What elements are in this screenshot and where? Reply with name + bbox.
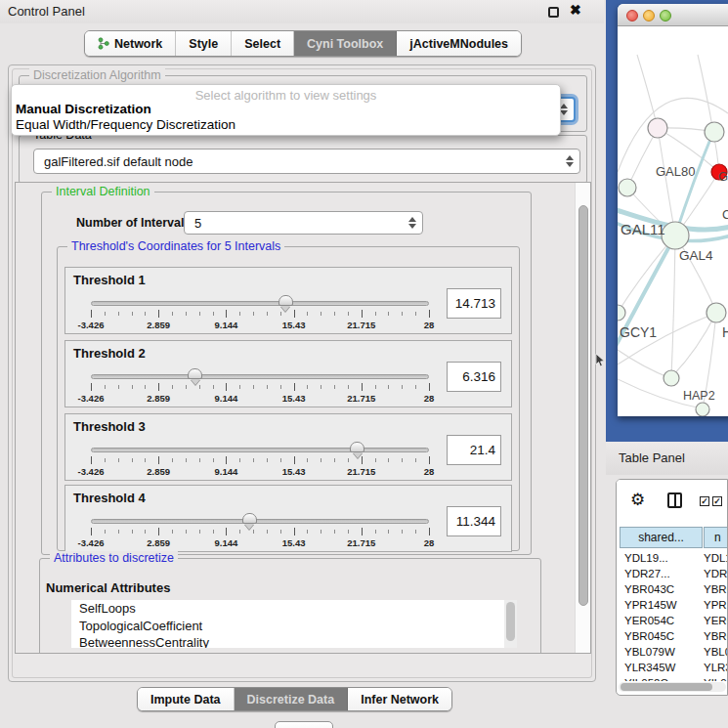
slider-handle[interactable]: [188, 368, 202, 379]
checkbox-icon[interactable]: ✓: [700, 496, 709, 506]
bottom-tab-bar: Impute Data Discretize Data Infer Networ…: [137, 687, 452, 711]
thresholds-group-title: Threshold's Coordinates for 5 Intervals: [67, 239, 284, 253]
node-gal4[interactable]: [662, 222, 689, 249]
threshold-4-value[interactable]: 11.344: [447, 506, 501, 536]
table-toolbar: ⚙ ✓ ✓: [617, 480, 727, 525]
apply-button[interactable]: Apply: [275, 721, 333, 728]
attributes-list-scrollbar[interactable]: [504, 600, 517, 648]
algorithm-dropdown-popup: Select algorithm to view settings Manual…: [11, 84, 561, 136]
network-desktop: GAL80 GA C GAL11 GAL4 GCY1 H HAP2: [606, 0, 728, 442]
close-traffic-light-icon[interactable]: [626, 10, 638, 21]
threshold-1-panel: Threshold 1 -3.4262.8599.14415.4321.7152…: [64, 267, 512, 334]
threshold-4-label: Threshold 4: [73, 491, 146, 505]
gear-icon[interactable]: ⚙: [630, 492, 645, 508]
settings-scrollbar[interactable]: [575, 183, 590, 653]
table-row[interactable]: YBR045CYBR0: [617, 628, 727, 644]
threshold-1-value[interactable]: 14.713: [447, 288, 501, 319]
table-row[interactable]: YLR345WYLR3: [617, 660, 727, 675]
threshold-2-value[interactable]: 6.316: [447, 362, 501, 392]
slider-handle[interactable]: [278, 295, 293, 306]
combo-spinner-icon: [560, 103, 569, 116]
table-row[interactable]: YIL052CYIL0: [617, 675, 727, 681]
network-canvas[interactable]: GAL80 GA C GAL11 GAL4 GCY1 H HAP2: [618, 27, 728, 416]
zoom-traffic-light-icon[interactable]: [660, 10, 671, 21]
split-columns-icon[interactable]: [667, 492, 682, 508]
slider-ticks: [91, 310, 429, 319]
control-panel-title: Control Panel: [8, 4, 85, 19]
threshold-3-label: Threshold 3: [73, 419, 146, 434]
thresholds-group: Threshold's Coordinates for 5 Intervals …: [57, 246, 520, 551]
network-view-window[interactable]: GAL80 GA C GAL11 GAL4 GCY1 H HAP2: [618, 4, 728, 416]
node-gcy1[interactable]: [618, 305, 625, 321]
node-gal11[interactable]: [619, 179, 636, 196]
table-row[interactable]: YDL19...YDL1: [617, 550, 727, 566]
table-row[interactable]: YBL079WYBL0: [617, 644, 727, 660]
algorithm-option-equal-width[interactable]: Equal Width/Frequency Discretization: [12, 117, 560, 133]
node-label-partial-mid-right: C: [722, 207, 728, 222]
table-panel-window: ⚙ ✓ ✓ shared... n YDL19...YDL1 YDR27...Y…: [616, 479, 728, 696]
slider-track[interactable]: [91, 374, 429, 379]
slider-ticks: [91, 383, 429, 392]
attributes-group-title: Attributes to discretize: [50, 551, 178, 565]
network-icon: [98, 37, 109, 50]
table-panel-title: Table Panel: [619, 450, 685, 465]
list-item[interactable]: SelfLoops: [71, 600, 517, 618]
slider-track[interactable]: [91, 519, 429, 524]
tab-cyni-toolbox[interactable]: Cyni Toolbox: [294, 31, 397, 56]
close-icon[interactable]: ✖: [570, 2, 581, 18]
table-rows: YDL19...YDL1 YDR27...YDR2 YBR043CYBR0 YP…: [617, 550, 727, 681]
table-row[interactable]: YDR27...YDR2: [617, 566, 727, 581]
tab-network[interactable]: Network: [85, 31, 176, 56]
threshold-1-slider[interactable]: -3.4262.8599.14415.4321.71528: [91, 294, 429, 331]
threshold-3-panel: Threshold 3 -3.4262.8599.14415.4321.7152…: [64, 413, 512, 481]
node-label-hap2: HAP2: [683, 389, 715, 403]
node-partial-top-right[interactable]: [705, 122, 724, 142]
threshold-3-value[interactable]: 21.4: [447, 435, 501, 465]
tab-jactivemnodules[interactable]: jActiveMNodules: [397, 31, 521, 56]
attributes-group: Attributes to discretize Numerical Attri…: [39, 558, 541, 654]
node-partial-low-right[interactable]: [707, 303, 726, 322]
node-gal80[interactable]: [648, 118, 667, 138]
column-header-name[interactable]: n: [704, 527, 728, 548]
node-hap2[interactable]: [664, 370, 679, 386]
table-panel-bar: Table Panel: [606, 442, 728, 475]
float-window-icon[interactable]: [548, 7, 559, 18]
settings-scroll-region: Interval Definition Number of Intervals …: [15, 182, 591, 654]
slider-handle[interactable]: [242, 513, 257, 524]
cyni-toolbox-panel: Discretization Algorithm Select algorith…: [8, 64, 596, 682]
table-row[interactable]: YBR043CYBR0: [617, 581, 727, 597]
tab-style[interactable]: Style: [176, 31, 232, 56]
threshold-2-slider[interactable]: -3.4262.8599.14415.4321.71528: [91, 367, 429, 405]
minimize-traffic-light-icon[interactable]: [643, 10, 655, 21]
table-data-select[interactable]: galFiltered.sif default node: [33, 149, 580, 174]
tab-discretize-data[interactable]: Discretize Data: [235, 688, 349, 710]
slider-handle[interactable]: [350, 442, 364, 452]
tab-select[interactable]: Select: [232, 31, 294, 56]
column-header-shared-name[interactable]: shared...: [620, 527, 703, 548]
threshold-3-slider[interactable]: -3.4262.8599.14415.4321.71528: [91, 441, 429, 478]
slider-tick-labels: -3.4262.8599.14415.4321.71528: [91, 537, 429, 548]
list-item[interactable]: TopologicalCoefficient: [71, 618, 517, 635]
tab-infer-network[interactable]: Infer Network: [348, 688, 451, 710]
slider-tick-labels: -3.4262.8599.14415.4321.71528: [91, 466, 429, 477]
top-tab-bar: Network Style Select Cyni Toolbox jActiv…: [84, 30, 522, 57]
table-horizontal-scrollbar[interactable]: [619, 682, 726, 692]
tab-impute-data[interactable]: Impute Data: [138, 688, 235, 710]
numerical-attributes-list[interactable]: SelfLoops TopologicalCoefficient Between…: [71, 600, 517, 648]
network-node-labels: GAL80 GA C GAL11 GAL4 GCY1 H HAP2: [620, 164, 728, 403]
threshold-4-slider[interactable]: -3.4262.8599.14415.4321.71528: [91, 512, 429, 549]
slider-track[interactable]: [91, 448, 429, 452]
table-row[interactable]: YER054CYER0: [617, 613, 727, 628]
table-data-group: Table Data galFiltered.sif default node: [19, 135, 587, 184]
number-of-intervals-select[interactable]: 5: [184, 211, 423, 235]
control-panel: Control Panel ✖ Network Style Select Cyn…: [0, 0, 604, 728]
table-row[interactable]: YPR145WYPR1: [617, 597, 727, 613]
algorithm-option-manual[interactable]: Manual Discretization: [12, 102, 560, 117]
numerical-attributes-label: Numerical Attributes: [46, 580, 170, 595]
list-item[interactable]: BetweennessCentrality: [71, 634, 517, 648]
interval-definition-group-title: Interval Definition: [52, 185, 154, 198]
checkbox-icon[interactable]: ✓: [712, 496, 722, 506]
slider-track[interactable]: [91, 301, 429, 306]
node-bottom-partial[interactable]: [696, 403, 709, 416]
interval-definition-group: Interval Definition Number of Intervals …: [41, 192, 532, 555]
